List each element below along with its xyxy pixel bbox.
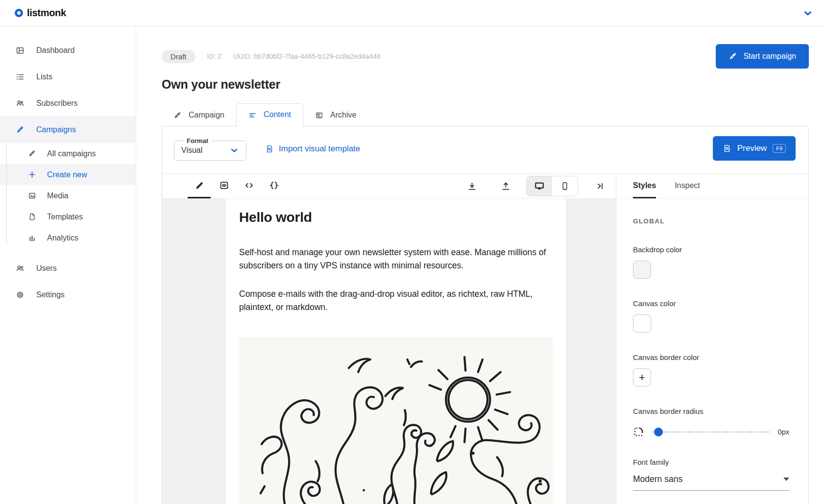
canvas-border-color-add-swatch[interactable]: + <box>633 368 651 386</box>
brand-name: listmonk <box>27 7 66 19</box>
topbar: listmonk <box>0 0 826 26</box>
tab-label: Content <box>264 110 291 119</box>
campaign-uuid: UUID: bb7d0bf2-7faa-4465-b129-cc8a2ed4a4… <box>233 52 380 60</box>
email-heading[interactable]: Hello world <box>239 210 553 225</box>
preview-eye-button[interactable] <box>213 174 236 198</box>
brand-logo[interactable]: listmonk <box>15 7 66 19</box>
lists-icon <box>16 72 24 81</box>
rocket-icon <box>16 125 24 134</box>
gear-icon <box>16 290 24 299</box>
analytics-icon <box>28 234 36 242</box>
canvas-gutter-right <box>566 199 616 504</box>
preview-label: Preview <box>737 144 767 153</box>
styles-panel: Styles Inspect GLOBAL Backdrop color Can… <box>616 174 808 504</box>
edit-pencil-button[interactable] <box>188 174 211 198</box>
tab-content[interactable]: Content <box>236 103 303 126</box>
canvas-color-field: Canvas color <box>633 299 789 333</box>
mobile-view-button[interactable] <box>552 176 578 196</box>
email-page[interactable]: Hello world Self-host and manage your ow… <box>226 199 566 504</box>
tab-inspect[interactable]: Inspect <box>675 174 700 198</box>
editor-toolbar <box>162 174 616 199</box>
border-radius-value: 0px <box>778 428 789 436</box>
sidebar-item-dashboard[interactable]: Dashboard <box>0 37 136 64</box>
import-link-label: Import visual template <box>279 144 360 154</box>
sidebar-item-campaigns[interactable]: Campaigns <box>0 117 136 143</box>
upload-button[interactable] <box>494 181 517 192</box>
styles-panel-tabs: Styles Inspect <box>616 174 808 199</box>
sidebar-item-settings[interactable]: Settings <box>0 282 136 308</box>
sidebar-item-label: All campaigns <box>47 149 96 158</box>
font-family-value: Modern sans <box>633 474 682 484</box>
email-paragraph[interactable]: Self-host and manage your own newsletter… <box>239 246 553 272</box>
download-button[interactable] <box>461 181 484 192</box>
sidebar-item-all-campaigns[interactable]: All campaigns <box>0 143 136 164</box>
border-radius-slider[interactable] <box>652 428 770 436</box>
editor-canvas: Hello world Self-host and manage your ow… <box>162 199 616 504</box>
rocket-icon <box>28 149 36 158</box>
sidebar-item-label: Analytics <box>47 234 78 242</box>
collapse-panel-button[interactable] <box>589 181 612 191</box>
sidebar-item-subscribers[interactable]: Subscribers <box>0 90 136 117</box>
tab-label: Campaign <box>189 111 224 120</box>
sidebar-item-create-new[interactable]: Create new <box>0 164 136 185</box>
visual-editor: Hello world Self-host and manage your ow… <box>162 173 808 504</box>
slider-handle[interactable] <box>654 428 663 436</box>
sidebar-item-users[interactable]: Users <box>0 255 136 282</box>
sidebar-item-templates[interactable]: Templates <box>0 206 136 227</box>
tab-campaign[interactable]: Campaign <box>162 104 236 126</box>
campaign-meta-row: Draft ID: 2 UUID: bb7d0bf2-7faa-4465-b12… <box>162 44 809 69</box>
sidebar-item-label: Users <box>36 264 57 273</box>
status-badge: Draft <box>162 50 195 63</box>
main-content: Draft ID: 2 UUID: bb7d0bf2-7faa-4465-b12… <box>136 26 826 504</box>
format-select[interactable]: Format Visual <box>174 137 246 161</box>
canvas-border-color-label: Canvas border color <box>633 353 789 361</box>
campaign-id: ID: 2 <box>207 52 222 60</box>
content-tab-panel: Format Visual Import visual template <box>162 126 809 504</box>
rocket-icon <box>729 52 737 61</box>
tab-archive[interactable]: Archive <box>303 104 368 126</box>
code-view-button[interactable] <box>238 174 261 198</box>
campaign-tabs: Campaign Content Archive <box>162 103 809 126</box>
f9-shortcut-badge: F9 <box>773 144 786 153</box>
start-campaign-button[interactable]: Start campaign <box>716 44 809 69</box>
format-value: Visual <box>181 146 202 155</box>
users-icon <box>16 264 24 273</box>
desktop-view-button[interactable] <box>527 176 552 196</box>
braces-json-button[interactable] <box>263 174 286 198</box>
font-family-select[interactable]: Modern sans <box>633 474 789 491</box>
doodle-image[interactable] <box>239 337 553 504</box>
styles-panel-body: GLOBAL Backdrop color Canvas color Canva… <box>616 199 808 491</box>
content-lines-icon <box>248 111 257 119</box>
global-section-title: GLOBAL <box>633 217 789 225</box>
sidebar-item-label: Subscribers <box>36 99 77 108</box>
sidebar-item-label: Templates <box>47 213 83 221</box>
tab-styles[interactable]: Styles <box>633 174 656 198</box>
sidebar-item-analytics[interactable]: Analytics <box>0 227 136 248</box>
import-visual-template-link[interactable]: Import visual template <box>265 144 360 154</box>
templates-icon <box>28 213 36 221</box>
sidebar-item-label: Lists <box>36 72 52 81</box>
campaigns-submenu: All campaigns Create new Media Templates <box>0 143 136 248</box>
rocket-icon <box>173 111 182 120</box>
backdrop-color-swatch[interactable] <box>633 261 651 279</box>
device-toggle <box>526 176 578 196</box>
canvas-color-swatch[interactable] <box>633 314 651 333</box>
subscribers-icon <box>16 99 24 108</box>
page-title: Own your newsletter <box>162 77 809 92</box>
plus-icon <box>28 170 36 179</box>
dashboard-icon <box>16 46 24 55</box>
preview-button[interactable]: Preview F9 <box>713 136 796 161</box>
canvas-gutter-left <box>162 199 226 504</box>
canvas-border-radius-label: Canvas border radius <box>633 407 789 415</box>
sidebar-item-media[interactable]: Media <box>0 185 136 206</box>
format-legend: Format <box>184 137 211 144</box>
backdrop-color-label: Backdrop color <box>633 245 789 254</box>
canvas-border-radius-field: Canvas border radius 0px <box>633 407 789 437</box>
caret-down-icon <box>783 478 789 481</box>
email-paragraph[interactable]: Compose e-mails with the drag-and-drop v… <box>239 288 553 314</box>
format-row: Format Visual Import visual template <box>162 126 808 173</box>
sidebar-item-label: Campaigns <box>36 125 76 134</box>
chevron-down-icon <box>229 145 239 155</box>
sidebar-item-lists[interactable]: Lists <box>0 64 136 90</box>
user-menu-chevron-icon[interactable] <box>802 8 813 19</box>
